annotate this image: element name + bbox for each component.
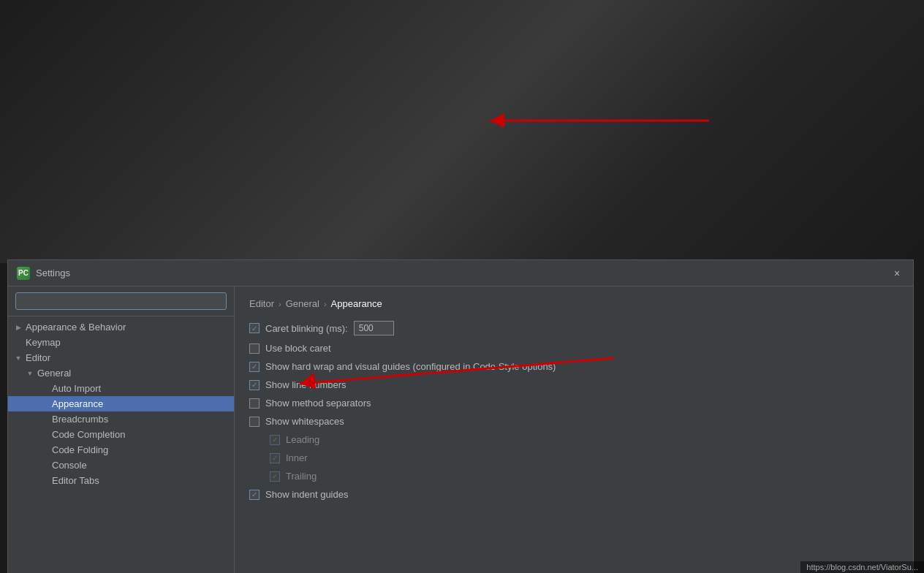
show-indent-guides-row: Show indent guides (249, 489, 898, 500)
show-line-numbers-checkbox[interactable] (249, 380, 260, 390)
sidebar-item-console[interactable]: Console (8, 458, 234, 473)
sidebar-item-breadcrumbs[interactable]: Breadcrumbs (8, 411, 234, 427)
title-left: PC Settings (17, 267, 70, 280)
search-box (8, 286, 234, 316)
show-indent-guides-checkbox[interactable] (249, 490, 260, 500)
show-method-separators-row: Show method separators (249, 398, 898, 409)
sidebar-item-code-completion[interactable]: Code Completion (8, 427, 234, 442)
inner-label: Inner (286, 452, 308, 463)
expand-arrow-editor-icon: ▼ (14, 354, 23, 362)
search-input[interactable] (15, 292, 227, 310)
leading-checkbox[interactable] (270, 435, 280, 445)
sidebar: ▶ Appearance & Behavior Keymap ▼ Editor … (8, 286, 235, 573)
content-panel: Editor › General › Appearance Caret blin… (235, 286, 913, 573)
leading-label: Leading (286, 434, 319, 445)
show-indent-guides-label: Show indent guides (265, 489, 348, 500)
dialog-title: Settings (36, 267, 70, 278)
expand-arrow-icon: ▶ (14, 324, 23, 331)
show-whitespaces-checkbox[interactable] (249, 417, 260, 427)
breadcrumb: Editor › General › Appearance (249, 298, 898, 309)
title-bar: PC Settings × (8, 260, 913, 286)
leading-row: Leading (249, 434, 898, 445)
use-block-caret-row: Use block caret (249, 343, 898, 354)
background-area (0, 0, 924, 263)
show-method-separators-label: Show method separators (265, 398, 371, 409)
show-whitespaces-row: Show whitespaces (249, 416, 898, 427)
use-block-caret-label: Use block caret (265, 343, 331, 354)
show-hard-wrap-label: Show hard wrap and visual guides (config… (265, 361, 556, 372)
sidebar-label-keymap: Keymap (26, 337, 61, 348)
settings-dialog: PC Settings × ▶ Appearance & Behavior Ke… (7, 259, 914, 573)
sidebar-item-editor-tabs[interactable]: Editor Tabs (8, 473, 234, 488)
sidebar-label-console: Console (52, 460, 87, 471)
sidebar-label-code-completion: Code Completion (52, 429, 125, 440)
sidebar-item-general[interactable]: ▼ General (8, 365, 234, 381)
sidebar-item-keymap[interactable]: Keymap (8, 335, 234, 350)
sidebar-label-auto-import: Auto Import (52, 383, 101, 394)
app-icon: PC (17, 267, 30, 280)
breadcrumb-editor: Editor (249, 298, 274, 309)
sidebar-item-appearance-behavior[interactable]: ▶ Appearance & Behavior (8, 319, 234, 335)
show-whitespaces-label: Show whitespaces (265, 416, 344, 427)
trailing-checkbox[interactable] (270, 471, 280, 482)
show-method-separators-checkbox[interactable] (249, 398, 260, 409)
sidebar-label-appearance: Appearance (52, 398, 103, 409)
sidebar-label-breadcrumbs: Breadcrumbs (52, 414, 108, 425)
show-hard-wrap-checkbox[interactable] (249, 362, 260, 372)
trailing-row: Trailing (249, 471, 898, 482)
breadcrumb-general: General (286, 298, 319, 309)
show-line-numbers-label: Show line numbers (265, 379, 346, 390)
caret-blinking-label: Caret blinking (ms): (265, 323, 348, 334)
sidebar-label-editor: Editor (26, 352, 50, 363)
trailing-label: Trailing (286, 471, 317, 482)
sidebar-label-appearance-behavior: Appearance & Behavior (26, 322, 126, 333)
caret-blinking-row: Caret blinking (ms): (249, 321, 898, 335)
dialog-body: ▶ Appearance & Behavior Keymap ▼ Editor … (8, 286, 913, 573)
app-icon-text: PC (18, 269, 29, 277)
sidebar-item-auto-import[interactable]: Auto Import (8, 381, 234, 396)
inner-checkbox[interactable] (270, 453, 280, 463)
sidebar-item-appearance[interactable]: Appearance (8, 396, 234, 411)
caret-blinking-input[interactable] (354, 321, 394, 335)
use-block-caret-checkbox[interactable] (249, 344, 260, 354)
status-url: https://blog.csdn.net/ViatorSu... (806, 563, 918, 572)
breadcrumb-appearance: Appearance (331, 298, 382, 309)
inner-row: Inner (249, 452, 898, 463)
breadcrumb-sep-2: › (324, 300, 327, 308)
sidebar-tree: ▶ Appearance & Behavior Keymap ▼ Editor … (8, 316, 234, 573)
breadcrumb-sep-1: › (279, 300, 281, 308)
svg-marker-1 (490, 113, 504, 128)
background-arrow (482, 102, 716, 139)
show-hard-wrap-row: Show hard wrap and visual guides (config… (249, 361, 898, 372)
sidebar-label-code-folding: Code Folding (52, 444, 108, 455)
close-button[interactable]: × (890, 266, 904, 281)
sidebar-label-editor-tabs: Editor Tabs (52, 475, 99, 486)
sidebar-item-editor[interactable]: ▼ Editor (8, 350, 234, 365)
show-line-numbers-row: Show line numbers (249, 379, 898, 390)
expand-arrow-general-icon: ▼ (26, 370, 34, 377)
sidebar-item-code-folding[interactable]: Code Folding (8, 442, 234, 458)
status-bar: https://blog.csdn.net/ViatorSu... (800, 561, 924, 573)
sidebar-label-general: General (37, 368, 71, 379)
caret-blinking-checkbox[interactable] (249, 323, 260, 333)
